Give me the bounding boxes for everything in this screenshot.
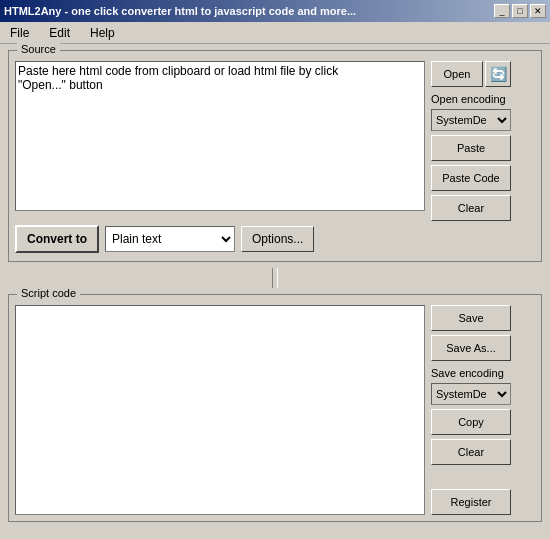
script-side-buttons: Save Save As... Save encoding SystemDe C… [431,305,511,515]
script-panel-inner: Save Save As... Save encoding SystemDe C… [15,305,535,515]
source-panel: Source Open 🔄 Open encoding SystemDe Pas… [8,50,542,262]
source-legend: Source [17,43,60,55]
open-encoding-select[interactable]: SystemDe [431,109,511,131]
paste-code-button[interactable]: Paste Code [431,165,511,191]
source-clear-button[interactable]: Clear [431,195,511,221]
source-textarea[interactable] [15,61,425,211]
save-button[interactable]: Save [431,305,511,331]
menu-file[interactable]: File [4,24,35,42]
source-side-buttons: Open 🔄 Open encoding SystemDe Paste Past… [431,61,511,221]
script-legend: Script code [17,287,80,299]
menu-bar: File Edit Help [0,22,550,44]
panel-divider [8,268,542,288]
open-encoding-label: Open encoding [431,93,511,105]
paste-button[interactable]: Paste [431,135,511,161]
divider-line [272,268,278,288]
title-bar: HTML2Any - one click converter html to j… [0,0,550,22]
source-panel-inner: Open 🔄 Open encoding SystemDe Paste Past… [15,61,535,221]
convert-type-select[interactable]: Plain text JavaScript PHP ASP Java Perl [105,226,235,252]
window-controls: _ □ ✕ [494,4,546,18]
convert-row: Convert to Plain text JavaScript PHP ASP… [15,221,535,255]
options-button[interactable]: Options... [241,226,314,252]
script-textarea[interactable] [15,305,425,515]
window-title: HTML2Any - one click converter html to j… [4,5,356,17]
copy-button[interactable]: Copy [431,409,511,435]
close-button[interactable]: ✕ [530,4,546,18]
convert-to-button[interactable]: Convert to [15,225,99,253]
main-content: Source Open 🔄 Open encoding SystemDe Pas… [0,44,550,528]
script-clear-button[interactable]: Clear [431,439,511,465]
menu-edit[interactable]: Edit [43,24,76,42]
menu-help[interactable]: Help [84,24,121,42]
open-icon-button[interactable]: 🔄 [485,61,511,87]
open-btn-row: Open 🔄 [431,61,511,87]
save-encoding-label: Save encoding [431,367,511,379]
open-button[interactable]: Open [431,61,483,87]
register-button[interactable]: Register [431,489,511,515]
script-panel: Script code Save Save As... Save encodin… [8,294,542,522]
maximize-button[interactable]: □ [512,4,528,18]
minimize-button[interactable]: _ [494,4,510,18]
save-as-button[interactable]: Save As... [431,335,511,361]
save-encoding-select[interactable]: SystemDe [431,383,511,405]
